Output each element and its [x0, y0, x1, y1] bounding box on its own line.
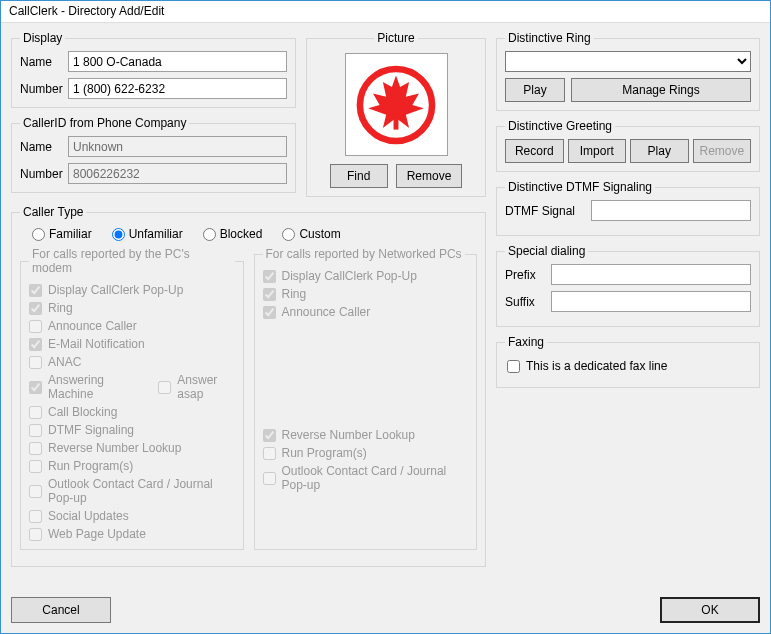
dtmf-group: Distinctive DTMF Signaling DTMF Signal	[496, 180, 760, 236]
modem-checkbox	[29, 442, 42, 455]
caller-type-label: Custom	[299, 227, 340, 241]
modem-checkbox	[29, 510, 42, 523]
ring-manage-button[interactable]: Manage Rings	[571, 78, 751, 102]
modem-item: DTMF Signaling	[29, 423, 235, 437]
dialing-legend: Special dialing	[505, 244, 588, 258]
caller-type-label: Familiar	[49, 227, 92, 241]
left-column: Display Name Number	[11, 31, 486, 575]
network-item: Announce Caller	[263, 305, 469, 319]
modem-checkbox	[29, 356, 42, 369]
caller-type-radio[interactable]	[112, 228, 125, 241]
dtmf-label: DTMF Signal	[505, 204, 585, 218]
modem-inline: Answer asap	[158, 373, 234, 401]
modem-checkbox	[29, 406, 42, 419]
modem-item: E-Mail Notification	[29, 337, 235, 351]
dtmf-legend: Distinctive DTMF Signaling	[505, 180, 655, 194]
callerid-name-input	[68, 136, 287, 157]
greeting-play-button[interactable]: Play	[630, 139, 689, 163]
network-spacer	[263, 323, 469, 340]
network-spacer	[263, 365, 469, 382]
modem-item: Reverse Number Lookup	[29, 441, 235, 455]
picture-legend: Picture	[374, 31, 417, 45]
network-group: For calls reported by Networked PCs Disp…	[254, 247, 478, 550]
network-checkbox	[263, 472, 276, 485]
network-checkbox	[263, 288, 276, 301]
greeting-import-button[interactable]: Import	[568, 139, 627, 163]
modem-inline-label: Answer asap	[177, 373, 234, 401]
callerid-name-label: Name	[20, 140, 68, 154]
network-item: Reverse Number Lookup	[263, 428, 469, 442]
ok-button[interactable]: OK	[660, 597, 760, 623]
suffix-input[interactable]	[551, 291, 751, 312]
greeting-record-button[interactable]: Record	[505, 139, 564, 163]
client-area: Display Name Number	[1, 23, 770, 633]
caller-type-label: Unfamiliar	[129, 227, 183, 241]
modem-item: Answering MachineAnswer asap	[29, 373, 235, 401]
faxing-group: Faxing This is a dedicated fax line	[496, 335, 760, 388]
modem-checkbox	[29, 320, 42, 333]
network-list: Display CallClerk Pop-UpRingAnnounce Cal…	[263, 267, 469, 494]
prefix-input[interactable]	[551, 264, 751, 285]
modem-checkbox	[29, 338, 42, 351]
modem-label: Run Program(s)	[48, 459, 133, 473]
caller-type-group: Caller Type FamiliarUnfamiliarBlockedCus…	[11, 205, 486, 567]
greeting-group: Distinctive Greeting Record Import Play …	[496, 119, 760, 172]
modem-label: DTMF Signaling	[48, 423, 134, 437]
callerid-number-input	[68, 163, 287, 184]
caller-type-option[interactable]: Blocked	[203, 227, 263, 241]
dtmf-input[interactable]	[591, 200, 751, 221]
caller-type-option[interactable]: Custom	[282, 227, 340, 241]
right-column: Distinctive Ring Play Manage Rings Disti…	[496, 31, 760, 575]
display-legend: Display	[20, 31, 65, 45]
picture-group: Picture Find Remove	[306, 31, 486, 197]
network-spacer	[263, 344, 469, 361]
modem-label: ANAC	[48, 355, 81, 369]
network-label: Outlook Contact Card / Journal Pop-up	[282, 464, 469, 492]
display-group: Display Name Number	[11, 31, 296, 108]
callerid-group: CallerID from Phone Company Name Number	[11, 116, 296, 193]
modem-item: Social Updates	[29, 509, 235, 523]
modem-checkbox	[29, 381, 42, 394]
caller-type-option[interactable]: Familiar	[32, 227, 92, 241]
ring-group: Distinctive Ring Play Manage Rings	[496, 31, 760, 111]
modem-item: Announce Caller	[29, 319, 235, 333]
ring-legend: Distinctive Ring	[505, 31, 594, 45]
cancel-button[interactable]: Cancel	[11, 597, 111, 623]
picture-remove-button[interactable]: Remove	[396, 164, 463, 188]
caller-type-radio[interactable]	[203, 228, 216, 241]
network-label: Reverse Number Lookup	[282, 428, 415, 442]
greeting-legend: Distinctive Greeting	[505, 119, 615, 133]
faxing-legend: Faxing	[505, 335, 547, 349]
modem-checkbox	[29, 485, 42, 498]
fax-checkbox[interactable]	[507, 360, 520, 373]
fax-checkbox-row[interactable]: This is a dedicated fax line	[505, 355, 751, 379]
display-name-label: Name	[20, 55, 68, 69]
network-item: Ring	[263, 287, 469, 301]
modem-label: Answering Machine	[48, 373, 138, 401]
modem-item: Display CallClerk Pop-Up	[29, 283, 235, 297]
display-number-input[interactable]	[68, 78, 287, 99]
network-item: Run Program(s)	[263, 446, 469, 460]
modem-inline-checkbox	[158, 381, 171, 394]
modem-item: Call Blocking	[29, 405, 235, 419]
network-label: Display CallClerk Pop-Up	[282, 269, 417, 283]
caller-type-option[interactable]: Unfamiliar	[112, 227, 183, 241]
picture-find-button[interactable]: Find	[330, 164, 388, 188]
modem-item: ANAC	[29, 355, 235, 369]
ring-select[interactable]	[505, 51, 751, 72]
caller-type-radio[interactable]	[32, 228, 45, 241]
modem-label: Web Page Update	[48, 527, 146, 541]
svg-rect-1	[394, 114, 399, 129]
callerid-legend: CallerID from Phone Company	[20, 116, 189, 130]
modem-checkbox	[29, 302, 42, 315]
callerid-number-label: Number	[20, 167, 68, 181]
display-name-input[interactable]	[68, 51, 287, 72]
caller-type-radio[interactable]	[282, 228, 295, 241]
ring-play-button[interactable]: Play	[505, 78, 565, 102]
modem-label: Ring	[48, 301, 73, 315]
modem-item: Web Page Update	[29, 527, 235, 541]
bottom-bar: Cancel OK	[11, 597, 760, 623]
network-checkbox	[263, 429, 276, 442]
greeting-remove-button: Remove	[693, 139, 752, 163]
network-spacer	[263, 386, 469, 403]
